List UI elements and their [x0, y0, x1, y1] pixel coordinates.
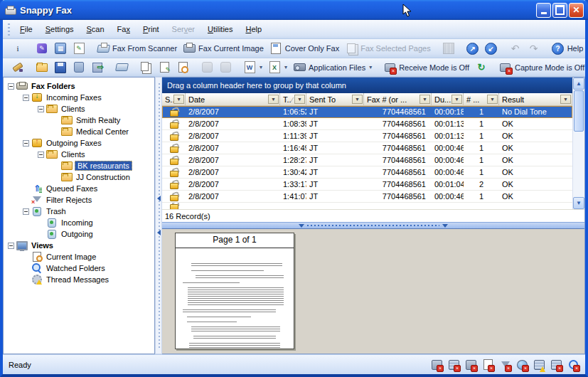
menu-utilities[interactable]: Utilities: [201, 22, 239, 36]
horizontal-splitter[interactable]: [162, 222, 584, 229]
tree-item-incoming-faxes[interactable]: Incoming Faxes: [4, 92, 154, 103]
fax-record-row[interactable]: 2/8/20071:28:27 AJT770446856100:00:461OK: [162, 154, 572, 166]
tree-item-smith-realty[interactable]: Smith Realty: [4, 115, 154, 126]
tree-item-medical-center[interactable]: Medical Center: [4, 126, 154, 137]
tree-item-incoming[interactable]: Incoming: [4, 217, 154, 228]
expand-toggle[interactable]: [38, 106, 44, 112]
open-folder-icon-button[interactable]: [33, 60, 51, 75]
fax-record-row[interactable]: 2/8/20071:06:52 AJT770446856100:00:181No…: [162, 106, 572, 118]
tree-item-fax-folders[interactable]: Fax Folders: [4, 80, 154, 92]
column-filter-button[interactable]: ▼: [451, 95, 462, 104]
word-icon-button[interactable]: ▾: [240, 60, 265, 75]
scroll-thumb[interactable]: [574, 90, 584, 132]
tree-item-watched-folders[interactable]: Watched Folders: [4, 262, 154, 274]
copy-icon-button[interactable]: [137, 60, 155, 75]
column-header-fax-or[interactable]: Fax # (or ...▼: [364, 93, 432, 106]
cleanup-icon-button[interactable]: [9, 60, 27, 75]
column-header-[interactable]: # ...▼: [464, 93, 499, 106]
filter-status-icon[interactable]: [499, 359, 511, 371]
expand-toggle[interactable]: [8, 243, 14, 249]
fax-record-row-partial[interactable]: [162, 203, 572, 209]
search-status-icon[interactable]: [567, 359, 579, 371]
menu-help[interactable]: Help: [239, 22, 268, 36]
menu-scan[interactable]: Scan: [80, 22, 111, 36]
close-button[interactable]: [569, 3, 584, 18]
tree-item-thread-messages[interactable]: Thread Messages: [4, 274, 154, 285]
database-status-icon[interactable]: [550, 359, 562, 371]
column-header-date[interactable]: Date▼: [186, 93, 280, 106]
fax-from-scanner-button[interactable]: Fax From Scanner: [94, 41, 180, 56]
column-filter-button[interactable]: ▼: [268, 95, 279, 104]
tree-item-outgoing[interactable]: Outgoing: [4, 228, 154, 240]
receive-mode-is-off-button[interactable]: Receive Mode is Off: [380, 60, 472, 75]
edit-image-icon-button[interactable]: [70, 41, 88, 56]
column-filter-button[interactable]: ▼: [173, 95, 184, 104]
menu-print[interactable]: Print: [137, 22, 166, 36]
tree-item-jj-construction[interactable]: JJ Construction: [4, 171, 154, 183]
tree-item-current-image[interactable]: Current Image: [4, 251, 154, 262]
maximize-button[interactable]: [552, 3, 567, 18]
column-header-result[interactable]: Result▼: [499, 93, 572, 106]
edit-page-icon-button[interactable]: [155, 60, 173, 75]
document-status-icon[interactable]: [482, 359, 494, 371]
annotation-icon-button[interactable]: [33, 41, 51, 56]
info-icon-button[interactable]: [9, 41, 27, 56]
arrow-down-left-icon-button[interactable]: [482, 41, 501, 56]
arrow-up-right-icon-button[interactable]: [464, 41, 482, 56]
menu-fax[interactable]: Fax: [111, 22, 137, 36]
fax-record-row[interactable]: 2/8/20071:11:39 AJT770446856100:01:131OK: [162, 130, 572, 142]
tree-item-views[interactable]: Views: [4, 240, 154, 251]
dropdown-arrow-icon[interactable]: ▾: [284, 64, 287, 70]
expand-toggle[interactable]: [23, 208, 29, 215]
column-filter-button[interactable]: ▼: [419, 95, 430, 104]
scroll-track[interactable]: [573, 132, 584, 197]
column-header-s[interactable]: S...▼: [162, 93, 186, 106]
delete-icon-button[interactable]: [70, 60, 88, 75]
title-bar[interactable]: Snappy Fax: [0, 0, 588, 20]
tree-item-trash[interactable]: Trash: [4, 206, 154, 217]
dropdown-arrow-icon[interactable]: ▾: [260, 64, 262, 70]
excel-icon-button[interactable]: ▾: [265, 60, 290, 75]
group-by-bar[interactable]: Drag a column header here to group by th…: [162, 78, 572, 93]
column-filter-button[interactable]: ▼: [294, 95, 305, 104]
expand-toggle[interactable]: [8, 83, 14, 90]
tree-item-clients[interactable]: Clients: [4, 103, 154, 115]
network-status-icon[interactable]: [516, 359, 528, 371]
column-filter-button[interactable]: ▼: [560, 95, 571, 104]
scroll-down-button[interactable]: ▼: [573, 197, 584, 209]
fax-record-row[interactable]: 2/8/20071:33:17 AJT770446856100:01:042OK: [162, 179, 572, 191]
network-refresh-icon-button[interactable]: [472, 60, 491, 75]
tree-item-outgoing-faxes[interactable]: Outgoing Faxes: [4, 137, 154, 149]
recorder-status-icon[interactable]: [431, 359, 443, 371]
fax-current-image-button[interactable]: Fax Current Image: [180, 41, 267, 56]
column-header-sent-to[interactable]: Sent To▼: [306, 93, 364, 106]
fax-device-status-icon[interactable]: [465, 359, 477, 371]
queue-alert-status-icon[interactable]: [533, 359, 545, 371]
scroll-up-button[interactable]: ▲: [573, 78, 584, 90]
vertical-splitter[interactable]: [155, 77, 162, 354]
tree-item-queued-faxes[interactable]: Queued Faxes: [4, 183, 154, 194]
tree-item-clients[interactable]: Clients: [4, 149, 154, 160]
capture-mode-is-off-button[interactable]: Capture Mode is Off: [496, 60, 587, 75]
minimize-button[interactable]: [536, 3, 551, 18]
menu-file[interactable]: File: [14, 22, 39, 36]
column-filter-button[interactable]: ▼: [352, 95, 363, 104]
fax-record-row[interactable]: 2/8/20071:08:39 AJT770446856100:01:131OK: [162, 118, 572, 130]
fax-record-row[interactable]: 2/8/20071:41:07 AJT770446856100:00:461OK: [162, 191, 572, 203]
grid-vertical-scrollbar[interactable]: ▲ ▼: [572, 78, 584, 209]
print-preview-icon-button[interactable]: [173, 60, 192, 75]
menu-grip-handle[interactable]: [6, 22, 11, 37]
tree-item-filter-rejects[interactable]: Filter Rejects: [4, 194, 154, 206]
fax-record-row[interactable]: 2/8/20071:30:42 AJT770446856100:00:461OK: [162, 166, 572, 179]
expand-toggle[interactable]: [38, 152, 44, 158]
menu-settings[interactable]: Settings: [39, 22, 80, 36]
expand-toggle[interactable]: [23, 140, 29, 147]
column-header-du[interactable]: Du...▼: [432, 93, 464, 106]
scanner-icon-button[interactable]: [112, 60, 131, 75]
application-files-button[interactable]: Application Files▾: [290, 60, 375, 75]
image-stamp-icon-button[interactable]: [51, 41, 70, 56]
tree-item-bk-restaurants[interactable]: BK restaurants: [4, 160, 154, 171]
cover-only-fax-button[interactable]: Cover Only Fax: [267, 41, 342, 56]
expand-toggle[interactable]: [23, 95, 29, 101]
column-filter-button[interactable]: ▼: [487, 95, 498, 104]
